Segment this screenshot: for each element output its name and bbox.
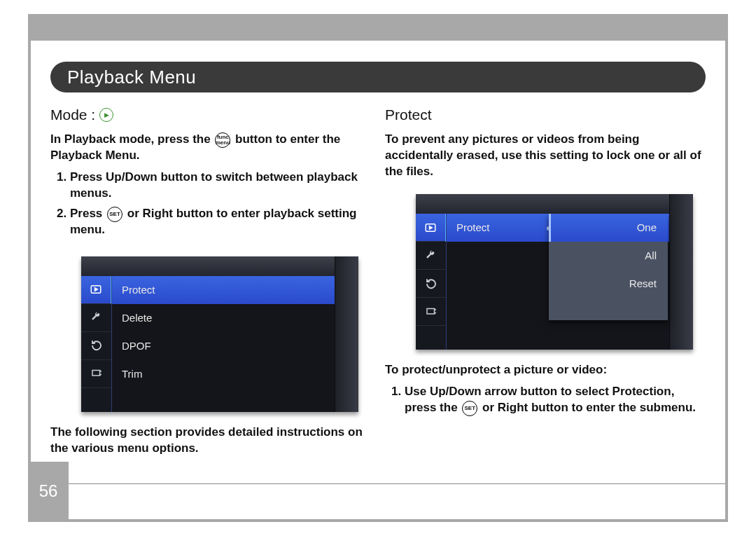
sidebar-rotate-icon (416, 270, 446, 298)
page-frame: Playback Menu Mode : ▶ In Playback mode,… (28, 14, 728, 522)
section-title-pill: Playback Menu (50, 62, 706, 92)
lcd-screenshot-1: Protect Delete DPOF Trim (81, 256, 358, 412)
svg-marker-1 (95, 288, 98, 291)
right-steps: Use Up/Down arrow button to select Prote… (385, 384, 706, 416)
lcd1-menu-item-trim: Trim (112, 360, 335, 388)
mode-label: Mode : (50, 105, 95, 125)
mode-line: Mode : ▶ (50, 105, 371, 125)
page-number: 56 (39, 481, 58, 501)
sidebar-trim-icon (81, 360, 111, 388)
lcd1-menu-item-delete: Delete (112, 304, 335, 332)
lcd2-submenu: One All Reset (549, 214, 668, 320)
protect-heading: Protect (385, 105, 706, 125)
lcd2-sub-reset: Reset (549, 270, 668, 298)
lcd1-sidebar (81, 276, 112, 412)
playback-mode-icon: ▶ (99, 108, 113, 122)
lcd2-right (669, 194, 693, 350)
lcd1-top (81, 256, 358, 276)
section-title: Playback Menu (67, 67, 196, 88)
lcd1-menu-item-dpof: DPOF (112, 332, 335, 360)
sidebar-play-icon (416, 214, 446, 242)
svg-marker-4 (430, 226, 433, 229)
sidebar-trim-icon (416, 298, 446, 326)
svg-rect-5 (427, 308, 435, 314)
sidebar-wrench-icon (416, 242, 446, 270)
protect-intro: To prevent any pictures or videos from b… (385, 132, 706, 180)
left-steps: Press Up/Down button to switch between p… (50, 170, 371, 238)
right-step-1: Use Up/Down arrow button to select Prote… (405, 384, 706, 416)
right-step-1b: or Right button to enter the submenu. (479, 401, 696, 414)
left-outro: The following section provides detailed … (50, 425, 371, 457)
left-step-1: Press Up/Down button to switch between p… (70, 170, 371, 202)
sidebar-play-icon (81, 276, 111, 304)
left-step-2a: Press (70, 207, 106, 220)
set-button-icon: SET (462, 401, 477, 416)
sidebar-wrench-icon (81, 304, 111, 332)
lcd1-menu: Protect Delete DPOF Trim (112, 276, 335, 405)
lcd1-right (335, 256, 358, 412)
right-column: Protect To prevent any pictures or video… (385, 105, 706, 449)
lcd2-top (416, 194, 693, 214)
lcd2-sub-one: One (549, 214, 668, 242)
page-number-box: 56 (28, 462, 69, 522)
left-step-2: Press SET or Right button to enter playb… (70, 206, 371, 238)
intro-a: In Playback mode, press the (50, 132, 214, 146)
footer-rule (69, 483, 725, 484)
left-column: Mode : ▶ In Playback mode, press the fun… (50, 105, 371, 449)
lcd2-sub-all: All (549, 242, 668, 270)
sidebar-rotate-icon (81, 332, 111, 360)
header-bar (28, 14, 728, 41)
protect-after: To protect/unprotect a picture or video: (385, 362, 706, 378)
intro-text: In Playback mode, press the func menu bu… (50, 132, 371, 164)
lcd2-sidebar (416, 214, 447, 350)
set-button-icon: SET (107, 207, 122, 222)
func-menu-button-icon: func menu (215, 132, 230, 148)
lcd1-menu-item-protect: Protect (112, 276, 335, 304)
svg-rect-2 (92, 371, 100, 376)
content-columns: Mode : ▶ In Playback mode, press the fun… (50, 105, 706, 449)
lcd-screenshot-2: Protect One All Reset (416, 194, 693, 350)
